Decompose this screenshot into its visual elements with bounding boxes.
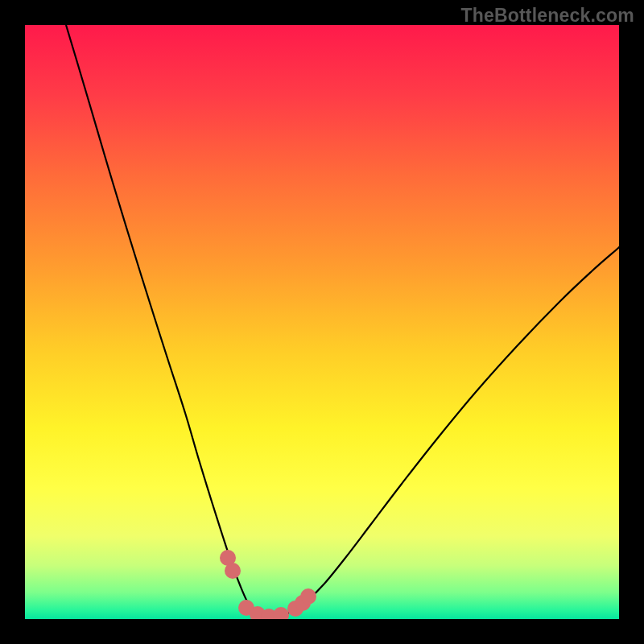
marker-dot <box>300 588 316 605</box>
chart-frame: TheBottleneck.com <box>0 0 644 644</box>
marker-dot <box>225 563 241 579</box>
gradient-background <box>25 25 619 619</box>
watermark-text: TheBottleneck.com <box>460 5 634 27</box>
chart-svg <box>25 25 619 619</box>
plot-area <box>25 25 619 619</box>
